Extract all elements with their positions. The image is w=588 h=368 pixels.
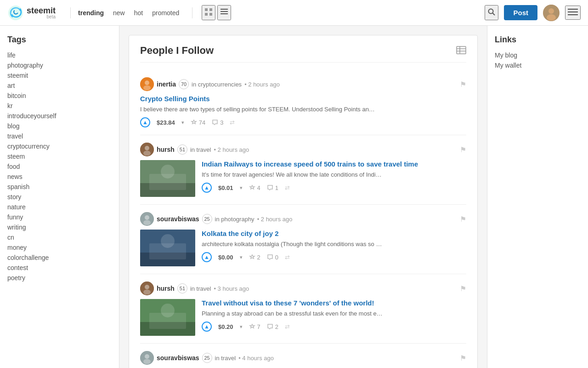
- main-layout: Tags lifephotographysteemitartbitcoinkri…: [0, 26, 588, 368]
- post-title[interactable]: Crypto Selling Points: [140, 95, 466, 103]
- post-flag-button[interactable]: ⚑: [460, 145, 466, 154]
- sidebar-tag-steemit[interactable]: steemit: [7, 70, 112, 80]
- post-body: Kolkata the city of joy 2 architecture k…: [140, 230, 466, 266]
- svg-line-8: [493, 13, 495, 16]
- repost-button[interactable]: ⇄: [230, 119, 235, 126]
- post-author-avatar[interactable]: [140, 77, 154, 91]
- post-category[interactable]: in photography: [215, 216, 254, 223]
- upvote-button[interactable]: ▲: [202, 322, 212, 332]
- repost-button[interactable]: ⇄: [285, 184, 290, 191]
- post-button[interactable]: Post: [504, 5, 537, 20]
- sidebar-tag-blog[interactable]: blog: [7, 121, 112, 131]
- sidebar-tag-news[interactable]: news: [7, 172, 112, 182]
- sidebar-tag-art[interactable]: art: [7, 80, 112, 91]
- svg-point-30: [145, 215, 149, 220]
- post-category[interactable]: in travel: [190, 146, 211, 153]
- payout-dropdown[interactable]: ▾: [181, 120, 184, 126]
- post-time: • 3 hours ago: [214, 285, 249, 292]
- post-author-avatar[interactable]: [140, 282, 154, 295]
- svg-point-45: [143, 359, 151, 364]
- user-avatar[interactable]: [543, 5, 560, 21]
- post-flag-button[interactable]: ⚑: [460, 354, 466, 362]
- post-author-avatar[interactable]: [140, 212, 154, 226]
- post-actions: ▲ $0.01 ▾ 4 1 ⇄: [202, 183, 466, 193]
- tags-list: lifephotographysteemitartbitcoinkrintrod…: [7, 50, 112, 283]
- post-payout: $23.84: [157, 119, 175, 126]
- nav-hot[interactable]: hot: [134, 9, 143, 17]
- sidebar-tag-funny[interactable]: funny: [7, 212, 112, 222]
- list-view-button[interactable]: [217, 5, 231, 20]
- post-author-name[interactable]: souravbiswas: [157, 354, 199, 362]
- upvote-button[interactable]: ▲: [140, 117, 150, 127]
- sidebar-tag-spanish[interactable]: spanish: [7, 182, 112, 192]
- payout-dropdown[interactable]: ▾: [240, 324, 243, 330]
- tags-sidebar: Tags lifephotographysteemitartbitcoinkri…: [0, 26, 119, 368]
- post-thumbnail[interactable]: [140, 160, 195, 197]
- post-category[interactable]: in travel: [190, 285, 211, 292]
- svg-point-11: [547, 14, 556, 21]
- post-author-name[interactable]: hursh: [157, 146, 175, 153]
- sidebar-tag-life[interactable]: life: [7, 50, 112, 60]
- grid-view-button[interactable]: [202, 5, 215, 20]
- post-author-name[interactable]: hursh: [157, 285, 175, 292]
- search-button[interactable]: [485, 5, 498, 20]
- sidebar-tag-story[interactable]: story: [7, 192, 112, 202]
- post-thumbnail[interactable]: [140, 299, 195, 336]
- sidebar-tag-contest[interactable]: contest: [7, 263, 112, 273]
- sidebar-tag-money[interactable]: money: [7, 242, 112, 253]
- svg-point-38: [143, 290, 151, 295]
- post-body: Travel without visa to these 7 'wonders'…: [140, 299, 466, 336]
- sidebar-tag-poetry[interactable]: poetry: [7, 273, 112, 283]
- svg-point-7: [489, 9, 493, 14]
- post-flag-button[interactable]: ⚑: [460, 80, 466, 89]
- payout-dropdown[interactable]: ▾: [240, 185, 243, 191]
- repost-button[interactable]: ⇄: [285, 323, 290, 330]
- upvote-button[interactable]: ▲: [202, 183, 212, 193]
- sidebar-tag-cn[interactable]: cn: [7, 232, 112, 242]
- post-author-rep: 51: [177, 144, 187, 155]
- upvote-button[interactable]: ▲: [202, 252, 212, 262]
- my-blog-link[interactable]: My blog: [495, 50, 581, 60]
- sidebar-tag-introduceyourself[interactable]: introduceyourself: [7, 111, 112, 121]
- hamburger-menu-button[interactable]: [565, 6, 581, 20]
- post-title[interactable]: Indian Railways to increase speed of 500…: [202, 160, 466, 168]
- post-title[interactable]: Kolkata the city of joy 2: [202, 230, 466, 237]
- payout-dropdown[interactable]: ▾: [240, 254, 243, 260]
- sidebar-tag-food[interactable]: food: [7, 161, 112, 172]
- header-divider: [70, 7, 71, 18]
- sidebar-tag-kr[interactable]: kr: [7, 101, 112, 111]
- comment-count: 3: [212, 119, 223, 126]
- sidebar-tag-colorchallenge[interactable]: colorchallenge: [7, 253, 112, 263]
- nav-trending[interactable]: trending: [78, 9, 104, 17]
- sidebar-tag-steem[interactable]: steem: [7, 151, 112, 161]
- post-item-post4: hursh 51 in travel • 3 hours ago ⚑ Trave…: [140, 274, 466, 344]
- post-content: Crypto Selling Points I believe there ar…: [140, 95, 466, 127]
- post-thumbnail[interactable]: [140, 230, 195, 266]
- post-flag-button[interactable]: ⚑: [460, 284, 466, 293]
- logo-area[interactable]: steemit beta: [7, 5, 56, 21]
- sidebar-tag-travel[interactable]: travel: [7, 131, 112, 141]
- sidebar-tag-bitcoin[interactable]: bitcoin: [7, 91, 112, 101]
- repost-button[interactable]: ⇄: [285, 254, 290, 261]
- nav-new[interactable]: new: [113, 9, 125, 17]
- nav-promoted[interactable]: promoted: [152, 9, 179, 17]
- svg-point-28: [161, 165, 175, 178]
- post-category[interactable]: in cryptocurrencies: [192, 81, 242, 88]
- post-author-avatar[interactable]: [140, 143, 154, 156]
- post-author-rep: 51: [177, 283, 187, 293]
- sidebar-tag-photography[interactable]: photography: [7, 60, 112, 70]
- sidebar-tag-writing[interactable]: writing: [7, 222, 112, 232]
- post-meta: inertia 70 in cryptocurrencies • 2 hours…: [140, 77, 466, 91]
- post-body: Crypto Selling Points I believe there ar…: [140, 95, 466, 127]
- post-author-name[interactable]: souravbiswas: [157, 215, 199, 223]
- post-flag-button[interactable]: ⚑: [460, 215, 466, 224]
- sidebar-tag-cryptocurrency[interactable]: cryptocurrency: [7, 141, 112, 151]
- feed-layout-icon[interactable]: [456, 46, 466, 56]
- post-title[interactable]: Travel without visa to these 7 'wonders'…: [202, 299, 466, 307]
- post-category[interactable]: in travel: [215, 355, 236, 362]
- my-wallet-link[interactable]: My wallet: [495, 60, 581, 70]
- post-author-name[interactable]: inertia: [157, 80, 176, 88]
- comment-count: 1: [267, 184, 278, 191]
- sidebar-tag-nature[interactable]: nature: [7, 202, 112, 212]
- post-author-avatar[interactable]: [140, 351, 154, 365]
